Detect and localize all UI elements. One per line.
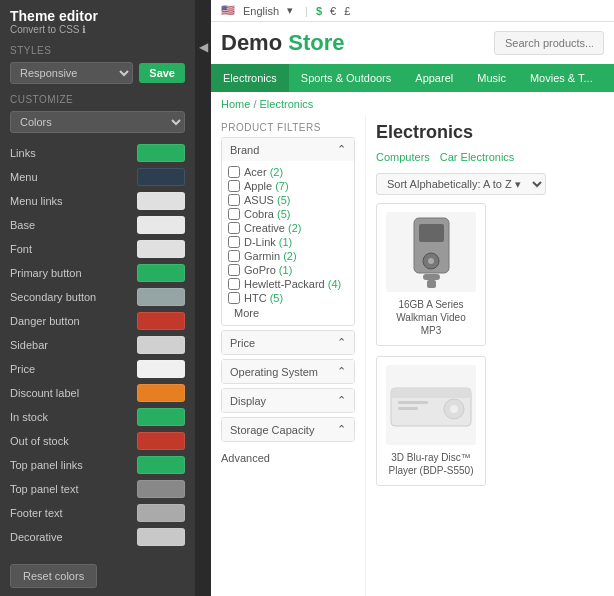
color-swatch[interactable] — [137, 336, 185, 354]
styles-row: Responsive Save — [0, 58, 195, 88]
product-image-bluray — [386, 365, 476, 445]
nav-item-sports[interactable]: Sports & Outdoors — [289, 64, 404, 92]
color-swatch[interactable] — [137, 288, 185, 306]
svg-rect-5 — [427, 280, 436, 288]
convert-link[interactable]: Convert to CSS ℹ — [10, 24, 185, 35]
color-item-decorative: Decorative — [0, 525, 195, 549]
reset-colors-button[interactable]: Reset colors — [10, 564, 97, 588]
walkman-icon — [409, 216, 454, 288]
color-item-sidebar: Sidebar — [0, 333, 195, 357]
color-item-danger-button: Danger button — [0, 309, 195, 333]
filters-sidebar: PRODUCT FILTERS Brand ⌃ Acer (2) Apple (… — [211, 116, 366, 596]
color-item-discount-label: Discount label — [0, 381, 195, 405]
main-content: PRODUCT FILTERS Brand ⌃ Acer (2) Apple (… — [211, 116, 614, 596]
color-swatch[interactable] — [137, 312, 185, 330]
customize-select[interactable]: Colors — [10, 111, 185, 133]
product-name-bluray: 3D Blu-ray Disc™ Player (BDP-S550) — [385, 451, 477, 477]
products-grid: 16GB A Series Walkman Video MP3 — [376, 203, 604, 486]
brand-dlink-checkbox[interactable] — [228, 236, 240, 248]
filter-header-price[interactable]: Price ⌃ — [222, 331, 354, 354]
customize-row: Colors — [0, 107, 195, 137]
store-header: Demo Store — [211, 22, 614, 64]
color-swatch[interactable] — [137, 264, 185, 282]
filter-item: Creative (2) — [228, 221, 348, 235]
filter-item: ASUS (5) — [228, 193, 348, 207]
color-swatch[interactable] — [137, 168, 185, 186]
currency-eur[interactable]: € — [330, 5, 336, 17]
search-input[interactable] — [494, 31, 604, 55]
filter-more-link[interactable]: More — [228, 305, 348, 321]
advanced-link[interactable]: Advanced — [221, 446, 355, 470]
color-swatch[interactable] — [137, 456, 185, 474]
color-swatch[interactable] — [137, 528, 185, 546]
brand-htc-checkbox[interactable] — [228, 292, 240, 304]
filters-title: PRODUCT FILTERS — [221, 116, 355, 137]
color-item-out-of-stock: Out of stock — [0, 429, 195, 453]
color-swatch[interactable] — [137, 432, 185, 450]
chevron-up-icon: ⌃ — [337, 143, 346, 156]
customize-label: CUSTOMIZE — [0, 88, 195, 107]
filter-section-price: Price ⌃ — [221, 330, 355, 355]
filter-header-display[interactable]: Display ⌃ — [222, 389, 354, 412]
sort-select[interactable]: Sort Alphabetically: A to Z ▾ — [376, 173, 546, 195]
filter-header-storage[interactable]: Storage Capacity ⌃ — [222, 418, 354, 441]
color-item-in-stock: In stock — [0, 405, 195, 429]
store-name-demo: Demo — [221, 30, 282, 55]
filter-content-brand: Acer (2) Apple (7) ASUS (5) Cobra (5) Cr… — [222, 161, 354, 325]
product-card-walkman: 16GB A Series Walkman Video MP3 — [376, 203, 486, 346]
filter-header-brand[interactable]: Brand ⌃ — [222, 138, 354, 161]
brand-gopro-checkbox[interactable] — [228, 264, 240, 276]
breadcrumb-electronics[interactable]: Electronics — [260, 98, 314, 110]
filter-item: GoPro (1) — [228, 263, 348, 277]
svg-point-3 — [428, 258, 434, 264]
color-swatch[interactable] — [137, 408, 185, 426]
filter-item: Cobra (5) — [228, 207, 348, 221]
color-list: Links Menu Menu links Base Font Primary … — [0, 137, 195, 556]
sub-cat-computers[interactable]: Computers — [376, 151, 430, 163]
bluray-icon — [386, 373, 476, 438]
color-swatch[interactable] — [137, 384, 185, 402]
style-select[interactable]: Responsive — [10, 62, 133, 84]
store-topbar: 🇺🇸 English ▾ | $ € £ — [211, 0, 614, 22]
currency-usd[interactable]: $ — [316, 5, 322, 17]
nav-bar: Electronics Sports & Outdoors Apparel Mu… — [211, 64, 614, 92]
color-item-base: Base — [0, 213, 195, 237]
brand-apple-checkbox[interactable] — [228, 180, 240, 192]
svg-rect-9 — [398, 407, 418, 410]
nav-item-movies[interactable]: Movies & T... — [518, 64, 605, 92]
color-swatch[interactable] — [137, 360, 185, 378]
brand-hp-checkbox[interactable] — [228, 278, 240, 290]
product-image-walkman — [386, 212, 476, 292]
language-select[interactable]: English — [243, 5, 279, 17]
brand-cobra-checkbox[interactable] — [228, 208, 240, 220]
filter-item: Acer (2) — [228, 165, 348, 179]
nav-item-apparel[interactable]: Apparel — [403, 64, 465, 92]
color-swatch[interactable] — [137, 144, 185, 162]
panel-header: Theme editor Convert to CSS ℹ — [0, 0, 195, 39]
color-swatch[interactable] — [137, 216, 185, 234]
color-swatch[interactable] — [137, 192, 185, 210]
color-swatch[interactable] — [137, 480, 185, 498]
sub-cat-car-electronics[interactable]: Car Electronics — [440, 151, 515, 163]
filter-section-os: Operating System ⌃ — [221, 359, 355, 384]
store-name-store: Store — [282, 30, 344, 55]
color-item-menu-links: Menu links — [0, 189, 195, 213]
save-button[interactable]: Save — [139, 63, 185, 83]
breadcrumb-home[interactable]: Home — [221, 98, 250, 110]
color-swatch[interactable] — [137, 240, 185, 258]
filter-header-os[interactable]: Operating System ⌃ — [222, 360, 354, 383]
nav-item-music[interactable]: Music — [465, 64, 518, 92]
currency-gbp[interactable]: £ — [344, 5, 350, 17]
brand-creative-checkbox[interactable] — [228, 222, 240, 234]
brand-garmin-checkbox[interactable] — [228, 250, 240, 262]
collapse-handle[interactable]: ◀ — [195, 0, 211, 596]
store-preview: 🇺🇸 English ▾ | $ € £ Demo Store Electron… — [211, 0, 614, 596]
color-item-primary-button: Primary button — [0, 261, 195, 285]
nav-item-electronics[interactable]: Electronics — [211, 64, 289, 92]
chevron-up-icon: ⌃ — [337, 336, 346, 349]
brand-asus-checkbox[interactable] — [228, 194, 240, 206]
dropdown-icon: ▾ — [287, 4, 293, 17]
product-card-bluray: 3D Blu-ray Disc™ Player (BDP-S550) — [376, 356, 486, 486]
brand-acer-checkbox[interactable] — [228, 166, 240, 178]
color-swatch[interactable] — [137, 504, 185, 522]
